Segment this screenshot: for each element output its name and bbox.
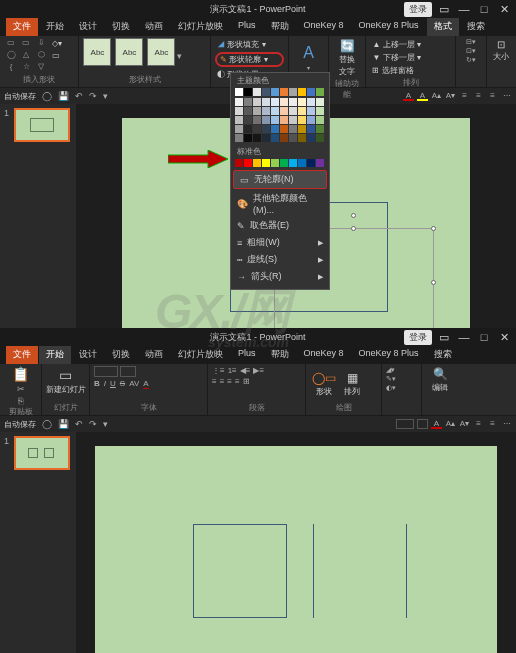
color-swatch[interactable] [235, 88, 243, 96]
maximize-icon[interactable]: □ [476, 3, 492, 15]
color-swatch[interactable] [307, 134, 315, 142]
color-swatch[interactable] [280, 134, 288, 142]
align-icon[interactable]: ⊟▾ [466, 38, 476, 46]
font-dec-qat-icon[interactable]: A▾ [459, 419, 470, 429]
tab-animations[interactable]: 动画 [138, 18, 170, 36]
color-swatch[interactable] [298, 116, 306, 124]
send-backward-button[interactable]: ▼ 下移一层 ▾ [370, 51, 450, 64]
font-box-icon[interactable] [396, 419, 414, 429]
color-swatch[interactable] [289, 134, 297, 142]
color-swatch[interactable] [298, 107, 306, 115]
more-outline-colors-item[interactable]: 🎨其他轮廓颜色(M)... [231, 190, 329, 217]
ribbon-display-icon[interactable]: ▭ [436, 3, 452, 16]
color-swatch[interactable] [298, 159, 306, 167]
tab-transitions[interactable]: 切换 [105, 18, 137, 36]
tab-plus-2[interactable]: Plus [231, 346, 263, 364]
color-swatch[interactable] [307, 98, 315, 106]
align-c-icon[interactable]: ≡ [220, 377, 225, 386]
font-inc-qat-icon[interactable]: A▴ [445, 419, 456, 429]
color-swatch[interactable] [289, 98, 297, 106]
maximize-icon-2[interactable]: □ [476, 331, 492, 343]
color-swatch[interactable] [244, 159, 252, 167]
color-swatch[interactable] [271, 134, 279, 142]
columns-icon[interactable]: ⊞ [243, 377, 250, 386]
tab-format[interactable]: 格式 [427, 18, 459, 36]
font-select[interactable] [94, 366, 118, 377]
color-swatch[interactable] [262, 107, 270, 115]
shape-outline-button[interactable]: ✎ 形状轮廓 ▾ [215, 52, 284, 67]
bring-forward-button[interactable]: ▲ 上移一层 ▾ [370, 38, 450, 51]
color-swatch[interactable] [262, 98, 270, 106]
editing-button[interactable]: 🔍 编辑 [426, 366, 454, 394]
qat-more-icon-2[interactable]: ▾ [103, 419, 108, 429]
tab-animations-2[interactable]: 动画 [138, 346, 170, 364]
color-swatch[interactable] [262, 116, 270, 124]
color-swatch[interactable] [235, 134, 243, 142]
shapes-button[interactable]: ◯▭形状 [310, 370, 338, 398]
color-swatch[interactable] [316, 107, 324, 115]
tab-onekey8plus-2[interactable]: OneKey 8 Plus [352, 346, 426, 364]
color-swatch[interactable] [271, 98, 279, 106]
paste-icon[interactable]: 📋 [12, 366, 29, 382]
arrange-button[interactable]: ▦排列 [342, 370, 362, 398]
color-swatch[interactable] [235, 116, 243, 124]
wordart-icon[interactable]: A [303, 44, 314, 62]
color-swatch[interactable] [244, 134, 252, 142]
align-j-icon[interactable]: ≡ [235, 377, 240, 386]
color-swatch[interactable] [307, 125, 315, 133]
strike-icon[interactable]: S [120, 379, 125, 389]
align-l-icon[interactable]: ≡ [212, 377, 217, 386]
dashes-item[interactable]: ┅虚线(S)▶ [231, 251, 329, 268]
ribbon-display-icon-2[interactable]: ▭ [436, 331, 452, 344]
color-swatch[interactable] [316, 116, 324, 124]
autosave-toggle-2[interactable]: ◯ [42, 419, 52, 429]
color-swatch[interactable] [316, 134, 324, 142]
slide-canvas-2[interactable] [95, 446, 497, 653]
color-swatch[interactable] [271, 125, 279, 133]
redo-icon[interactable]: ↷ [89, 91, 97, 101]
font-increase-icon[interactable]: A▴ [431, 91, 442, 101]
redo-icon-2[interactable]: ↷ [89, 419, 97, 429]
shape-effects-icon[interactable]: ◐▾ [386, 384, 417, 392]
color-swatch[interactable] [262, 88, 270, 96]
login-button[interactable]: 登录 [404, 2, 432, 17]
color-swatch[interactable] [253, 107, 261, 115]
rotate-icon[interactable]: ↻▾ [466, 56, 476, 64]
group-icon[interactable]: ⊡▾ [466, 47, 476, 55]
color-swatch[interactable] [280, 98, 288, 106]
color-swatch[interactable] [271, 116, 279, 124]
indent-inc-icon[interactable]: ▶≡ [253, 366, 264, 375]
color-swatch[interactable] [244, 125, 252, 133]
color-swatch[interactable] [253, 116, 261, 124]
save-icon-2[interactable]: 💾 [58, 419, 69, 429]
color-swatch[interactable] [289, 125, 297, 133]
login-button-2[interactable]: 登录 [404, 330, 432, 345]
save-icon[interactable]: 💾 [58, 91, 69, 101]
shape-outline-icon[interactable]: ✎▾ [386, 375, 417, 383]
slide-thumbnail[interactable] [14, 108, 70, 142]
color-swatch[interactable] [253, 159, 261, 167]
color-swatch[interactable] [253, 98, 261, 106]
undo-icon[interactable]: ↶ [75, 91, 83, 101]
align-center-icon[interactable]: ≡ [473, 91, 484, 101]
color-swatch[interactable] [271, 159, 279, 167]
rectangle-left[interactable] [193, 524, 287, 618]
highlight-icon[interactable]: A [417, 91, 428, 101]
align-r-icon[interactable]: ≡ [227, 377, 232, 386]
color-swatch[interactable] [235, 98, 243, 106]
color-swatch[interactable] [298, 134, 306, 142]
color-swatch[interactable] [271, 88, 279, 96]
color-swatch[interactable] [280, 88, 288, 96]
tab-plus[interactable]: Plus [231, 18, 263, 36]
color-swatch[interactable] [307, 159, 315, 167]
color-swatch[interactable] [244, 98, 252, 106]
tab-search-2[interactable]: 搜索 [427, 346, 459, 364]
tab-design-2[interactable]: 设计 [72, 346, 104, 364]
close-icon-2[interactable]: ✕ [496, 331, 512, 344]
tab-transitions-2[interactable]: 切换 [105, 346, 137, 364]
minimize-icon[interactable]: — [456, 3, 472, 15]
tab-file[interactable]: 文件 [6, 18, 38, 36]
undo-icon-2[interactable]: ↶ [75, 419, 83, 429]
color-swatch[interactable] [262, 159, 270, 167]
more-icon[interactable]: ⋯ [501, 91, 512, 101]
